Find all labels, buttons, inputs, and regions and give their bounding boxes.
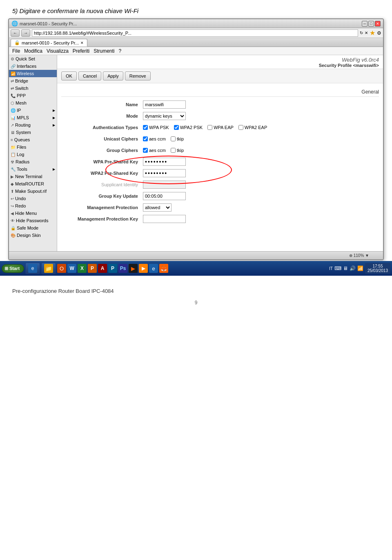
- sidebar-item-hide-menu[interactable]: ◀ Hide Menu: [9, 210, 57, 217]
- menu-modifica[interactable]: Modifica: [24, 48, 42, 54]
- apply-button[interactable]: Apply: [103, 71, 123, 80]
- minimize-button[interactable]: ─: [362, 21, 368, 27]
- sidebar-item-routing[interactable]: ↗ Routing ▶: [9, 121, 57, 129]
- sidebar-item-redo[interactable]: ↪ Redo: [9, 202, 57, 210]
- unicast-aes-checkbox[interactable]: [143, 136, 148, 141]
- status-bar: ⊕ 110% ▼: [9, 251, 383, 259]
- tab-close-button[interactable]: ✕: [80, 41, 84, 45]
- sidebar-item-undo[interactable]: ↩ Undo: [9, 195, 57, 202]
- mode-row: Mode dynamic keys: [61, 112, 379, 120]
- sidebar-item-safe-mode[interactable]: 🔒 Safe Mode: [9, 224, 57, 232]
- sidebar-item-design-skin[interactable]: 🎨 Design Skin: [9, 232, 57, 239]
- mgmt-key-label: Management Protection Key: [61, 216, 143, 221]
- sidebar-item-ip[interactable]: 🌐 IP ▶: [9, 107, 57, 114]
- group-aes-checkbox[interactable]: [143, 148, 148, 153]
- sidebar-item-switch[interactable]: ⇄ Switch: [9, 85, 57, 92]
- sidebar-item-mpls[interactable]: 📊 MPLS ▶: [9, 114, 57, 121]
- back-button[interactable]: ←: [11, 29, 20, 37]
- wpa2-key-row: WPA2 Pre-Shared Key: [61, 169, 379, 178]
- windows-logo: ⊞: [4, 266, 8, 271]
- title-bar-controls: ─ □ ✕: [362, 21, 381, 27]
- sidebar-item-radius[interactable]: ☢ Radius: [9, 158, 57, 165]
- group-ciphers-row: Group Ciphers aes ccm tkip: [61, 146, 379, 155]
- webfig-subtitle: Security Profile <marsswifi>: [61, 63, 379, 68]
- group-key-update-input[interactable]: [143, 192, 186, 200]
- taskbar-folder-button[interactable]: 📁: [41, 263, 56, 274]
- time-display: 17:55: [368, 264, 388, 268]
- sidebar-item-tools[interactable]: 🔧 Tools ▶: [9, 165, 57, 173]
- favorites-star[interactable]: ★: [370, 29, 375, 37]
- taskbar-publisher-icon[interactable]: P: [108, 264, 117, 273]
- wpa2-eap-checkbox[interactable]: [238, 125, 243, 130]
- wpa2-psk-checkbox[interactable]: [174, 125, 179, 130]
- taskbar-excel-icon[interactable]: X: [78, 264, 87, 273]
- group-key-update-row: Group Key Update: [61, 192, 379, 201]
- menu-help[interactable]: ?: [119, 48, 122, 54]
- start-label: Start: [9, 266, 20, 271]
- taskbar-powerpoint-icon[interactable]: P: [88, 264, 97, 273]
- taskbar-media-icon[interactable]: ▶: [129, 264, 138, 273]
- mode-select[interactable]: dynamic keys: [143, 112, 186, 120]
- menu-preferiti[interactable]: Preferiti: [73, 48, 89, 54]
- remove-button[interactable]: Remove: [125, 71, 151, 80]
- address-input[interactable]: [32, 29, 358, 37]
- refresh-button[interactable]: ↻: [360, 31, 363, 35]
- ppp-icon: 📞: [11, 94, 16, 98]
- sidebar-item-bridge[interactable]: ⇌ Bridge: [9, 77, 57, 85]
- taskbar-ie-button[interactable]: e: [25, 263, 40, 274]
- taskbar-vlc-icon[interactable]: ▶: [139, 264, 148, 273]
- title-bar-text: marsnet-0010 - Security Pr...: [20, 21, 77, 26]
- tray-volume-icon: 🔊: [350, 265, 356, 271]
- switch-icon: ⇄: [11, 86, 14, 91]
- browser-tab-security[interactable]: 🔒 marsnet-0010 - Security Pr... ✕: [11, 39, 87, 47]
- mgmt-key-input[interactable]: [143, 215, 186, 223]
- wpa2-key-input[interactable]: [143, 169, 186, 177]
- sidebar-item-metarouter[interactable]: ◆ MetaROUTER: [9, 180, 57, 187]
- sidebar-item-ppp[interactable]: 📞 PPP: [9, 92, 57, 99]
- taskbar-ps-icon[interactable]: Ps: [118, 264, 127, 273]
- sidebar-item-log[interactable]: 📋 Log: [9, 151, 57, 158]
- maximize-button[interactable]: □: [368, 21, 374, 27]
- taskbar-word-icon[interactable]: W: [67, 264, 76, 273]
- group-aes-label: aes ccm: [149, 148, 166, 153]
- close-button[interactable]: ✕: [375, 21, 381, 27]
- sidebar-item-interfaces[interactable]: 🔗 Interfaces: [9, 62, 57, 70]
- menu-strumenti[interactable]: Strumenti: [94, 48, 114, 54]
- name-input[interactable]: [143, 100, 186, 109]
- forward-button[interactable]: →: [21, 29, 30, 37]
- sidebar-item-quickset[interactable]: ⚙ Quick Set: [9, 55, 57, 62]
- tools-icon[interactable]: ⚙: [377, 30, 381, 36]
- wpa-key-input[interactable]: [143, 158, 186, 166]
- sidebar-item-mesh[interactable]: ⬡ Mesh: [9, 99, 57, 107]
- taskbar-outlook-icon[interactable]: O: [57, 264, 66, 273]
- menu-file[interactable]: File: [12, 48, 20, 54]
- supplicant-input: [143, 181, 186, 189]
- ip-arrow: ▶: [53, 109, 55, 112]
- wpa-eap-checkbox[interactable]: [207, 125, 212, 130]
- sidebar-item-system[interactable]: 🖥 System: [9, 129, 57, 136]
- unicast-tkip-checkbox[interactable]: [171, 136, 176, 141]
- taskbar-ie2-icon[interactable]: e: [149, 264, 158, 273]
- start-button[interactable]: ⊞ Start: [2, 264, 24, 273]
- sidebar-item-hide-passwords[interactable]: 👁 Hide Passwords: [9, 217, 57, 224]
- menu-visualizza[interactable]: Visualizza: [47, 48, 69, 54]
- sidebar-item-wireless[interactable]: 📶 Wireless: [9, 70, 57, 77]
- ok-button[interactable]: OK: [61, 71, 77, 80]
- mesh-icon: ⬡: [11, 101, 14, 105]
- date-display: 25/03/2013: [368, 268, 388, 273]
- sidebar-item-make-supout[interactable]: ⬆ Make Supout.rif: [9, 187, 57, 195]
- sidebar-item-new-terminal[interactable]: ▶ New Terminal: [9, 173, 57, 180]
- mgmt-protection-select[interactable]: allowed: [143, 203, 172, 212]
- cancel-button[interactable]: Cancel: [78, 71, 101, 80]
- sidebar-item-files[interactable]: 📁 Files: [9, 143, 57, 151]
- auth-types-label: Authentication Types: [61, 125, 143, 130]
- sidebar-item-queues[interactable]: ≡ Queues: [9, 136, 57, 143]
- group-tkip-checkbox[interactable]: [171, 148, 176, 153]
- taskbar-ff-icon[interactable]: 🦊: [159, 264, 168, 273]
- footer-text: Pre-configurazione Router Board IPC-4084: [12, 288, 114, 294]
- taskbar-access-icon[interactable]: A: [98, 264, 107, 273]
- stop-button[interactable]: ✕: [365, 31, 368, 35]
- sidebar-label-terminal: New Terminal: [15, 174, 42, 179]
- wpa-psk-checkbox[interactable]: [143, 125, 148, 130]
- sidebar-label-interfaces: Interfaces: [17, 64, 36, 69]
